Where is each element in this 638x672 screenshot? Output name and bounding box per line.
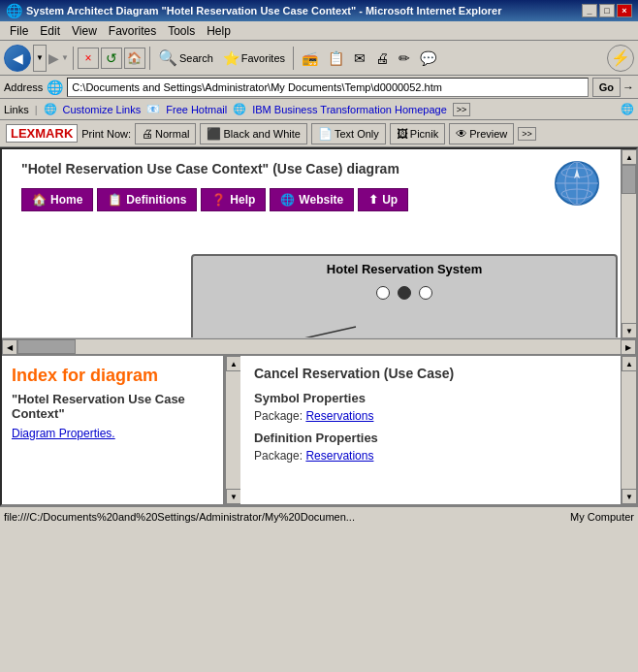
bw-print-button[interactable]: ⬛ Black and White <box>200 123 306 144</box>
symbol-package-label: Package: <box>254 409 303 423</box>
page-horizontal-scrollbar: ◀ ▶ <box>2 338 636 354</box>
title-bar-left: 🌐 System Architect Diagram "Hotel Reserv… <box>6 3 502 18</box>
symbol-package-link[interactable]: Reservations <box>305 409 373 423</box>
links-bar: Links | 🌐 Customize Links 📧 Free Hotmail… <box>0 99 638 120</box>
index-scroll-up[interactable]: ▲ <box>226 356 241 371</box>
normal-print-button[interactable]: 🖨 Normal <box>135 123 196 144</box>
address-input[interactable] <box>67 78 588 97</box>
print-tb-button[interactable]: 🖨 <box>371 45 393 72</box>
text-only-button[interactable]: 📄 Text Only <box>311 123 386 144</box>
msn-button[interactable]: ⚡ <box>607 45 634 72</box>
hotel-system-title: Hotel Reservation System <box>193 256 616 282</box>
page-header: "Hotel Reservation Use Case Context" (Us… <box>2 149 621 184</box>
ie-icon: 🌐 <box>6 3 22 18</box>
edit-button[interactable]: ✏ <box>395 45 414 72</box>
go-container: Go → <box>592 78 634 97</box>
definitions-nav-icon: 📋 <box>108 193 122 207</box>
bw-print-icon: ⬛ <box>207 127 221 141</box>
website-nav-button[interactable]: 🌐 Website <box>270 188 354 211</box>
up-nav-button[interactable]: ⬆ Up <box>358 188 408 211</box>
stop-button[interactable]: × <box>78 48 99 69</box>
website-nav-label: Website <box>299 193 343 207</box>
def-package-label: Package: <box>254 449 303 463</box>
media-button[interactable]: 📻 <box>298 45 322 72</box>
menu-bar: File Edit View Favorites Tools Help <box>0 21 638 41</box>
scroll-thumb-v[interactable] <box>622 165 636 194</box>
scroll-up-arrow[interactable]: ▲ <box>622 149 637 165</box>
forward-button[interactable]: ▶ ▼ <box>48 45 69 72</box>
up-nav-label: Up <box>382 193 398 207</box>
search-label: Search <box>179 52 213 64</box>
details-main-title: Cancel Reservation (Use Case) <box>254 366 607 381</box>
links-more-button[interactable]: >> <box>453 103 471 116</box>
menu-tools[interactable]: Tools <box>162 23 201 39</box>
diagram-properties-link[interactable]: Diagram Properties. <box>12 427 115 440</box>
index-pane-container: Index for diagram "Hotel Reservation Use… <box>2 356 240 504</box>
links-label: Links <box>4 104 29 115</box>
help-nav-button[interactable]: ❓ Help <box>201 188 266 211</box>
scroll-down-arrow[interactable]: ▼ <box>622 323 637 338</box>
browser-content: "Hotel Reservation Use Case Context" (Us… <box>0 147 638 506</box>
scroll-thumb-h[interactable] <box>17 339 76 354</box>
page-area: "Hotel Reservation Use Case Context" (Us… <box>2 149 621 338</box>
details-scrollbar[interactable]: ▲ ▼ <box>621 356 636 504</box>
page-viewport: "Hotel Reservation Use Case Context" (Us… <box>2 149 636 338</box>
normal-print-icon: 🖨 <box>142 127 153 141</box>
favorites-button[interactable]: ⭐ Favorites <box>219 45 289 72</box>
customize-links[interactable]: Customize Links <box>63 104 142 115</box>
maximize-button[interactable]: □ <box>599 4 615 17</box>
dots-row <box>193 286 616 300</box>
mail-icon: ✉ <box>354 50 366 66</box>
picnik-button[interactable]: 🖼 Picnik <box>390 123 445 144</box>
mail-button[interactable]: ✉ <box>350 45 369 72</box>
scroll-track-h[interactable] <box>17 339 621 354</box>
status-left: file:///C:/Documents%20and%20Settings/Ad… <box>4 511 355 523</box>
details-scroll-up[interactable]: ▲ <box>622 356 637 371</box>
definitions-nav-button[interactable]: 📋 Definitions <box>97 188 197 211</box>
def-package-link[interactable]: Reservations <box>305 449 373 463</box>
menu-file[interactable]: File <box>4 23 34 39</box>
preview-icon: 👁 <box>456 127 467 141</box>
free-hotmail-link[interactable]: Free Hotmail <box>166 104 227 115</box>
menu-edit[interactable]: Edit <box>34 23 66 39</box>
details-scroll-track[interactable] <box>622 371 636 489</box>
back-button[interactable]: ◀ <box>4 45 31 72</box>
refresh-button[interactable]: ↺ <box>101 48 122 69</box>
index-scroll-down[interactable]: ▼ <box>226 489 241 504</box>
close-button[interactable]: × <box>617 4 632 17</box>
scroll-left-arrow[interactable]: ◀ <box>2 339 17 355</box>
go-button[interactable]: Go <box>592 78 621 97</box>
search-button[interactable]: 🔍 Search <box>154 45 217 72</box>
print-more-button[interactable]: >> <box>518 127 536 141</box>
menu-help[interactable]: Help <box>201 23 237 39</box>
page-vertical-scrollbar[interactable]: ▲ ▼ <box>621 149 636 338</box>
index-scrollbar[interactable]: ▲ ▼ <box>225 356 240 504</box>
home-button[interactable]: 🏠 <box>124 48 145 69</box>
ie-links-icon: 🌐 <box>44 103 57 115</box>
normal-print-label: Normal <box>155 128 189 140</box>
bw-print-label: Black and White <box>223 128 300 140</box>
status-bar: file:///C:/Documents%20and%20Settings/Ad… <box>0 506 638 526</box>
home-nav-button[interactable]: 🏠 Home <box>21 188 93 211</box>
scroll-right-arrow[interactable]: ▶ <box>621 339 636 355</box>
index-scroll-track[interactable] <box>226 371 240 489</box>
details-scroll-down[interactable]: ▼ <box>622 489 637 504</box>
minimize-button[interactable]: _ <box>582 4 597 17</box>
home-nav-label: Home <box>50 193 82 207</box>
preview-button[interactable]: 👁 Preview <box>449 123 514 144</box>
history-button[interactable]: 📋 <box>324 45 348 72</box>
history-icon: 📋 <box>328 50 344 66</box>
menu-favorites[interactable]: Favorites <box>103 23 162 39</box>
menu-view[interactable]: View <box>66 23 103 39</box>
msn-icon: ⚡ <box>611 48 630 67</box>
back-dropdown[interactable]: ▼ <box>33 45 47 72</box>
dot-3 <box>419 286 432 300</box>
print-now-label: Print Now: <box>81 128 131 140</box>
media-icon: 📻 <box>302 50 318 66</box>
scroll-track-v[interactable] <box>622 165 636 323</box>
def-package-row: Package: Reservations <box>254 449 607 463</box>
symbol-package-row: Package: Reservations <box>254 409 607 423</box>
ibm-link[interactable]: IBM Business Transformation Homepage <box>252 104 447 115</box>
edit-icon: ✏ <box>399 50 410 66</box>
discuss-button[interactable]: 💬 <box>416 45 440 72</box>
